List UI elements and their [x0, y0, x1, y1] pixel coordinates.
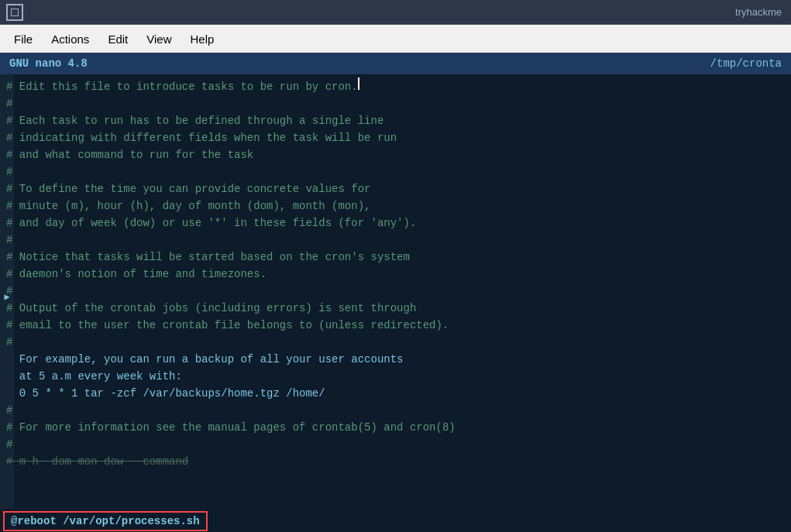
code-line: #: [0, 232, 791, 249]
window-icon-inner: [11, 9, 19, 16]
code-line: # daemon's notion of time and timezones.: [0, 266, 791, 283]
code-line: #: [0, 283, 791, 300]
window-icon: [6, 4, 23, 21]
code-line: # Each task to run has to be defined thr…: [0, 112, 791, 129]
code-line: #: [0, 436, 791, 453]
code-line: # Edit this file to introduce tasks to b…: [0, 77, 791, 95]
title-bar-hostname: tryhackme: [735, 6, 782, 18]
nano-status-bar: GNU nano 4.8 /tmp/cronta: [0, 53, 791, 74]
code-line: #: [0, 402, 791, 419]
code-line: # Notice that tasks will be started base…: [0, 249, 791, 266]
last-line-container: @reboot /var/opt/processes.sh: [0, 510, 791, 532]
menu-actions[interactable]: Actions: [43, 29, 97, 49]
code-line: # For more information see the manual pa…: [0, 419, 791, 436]
code-line: #: [0, 95, 791, 112]
text-cursor: [358, 77, 359, 90]
menu-view[interactable]: View: [139, 29, 179, 49]
code-line: # and day of week (dow) or use '*' in th…: [0, 215, 791, 232]
last-line-text: @reboot /var/opt/processes.sh: [11, 515, 200, 527]
code-line: # Output of the crontab jobs (including …: [0, 300, 791, 317]
editor-area: GNU nano 4.8 /tmp/cronta ▶ # Edit this f…: [0, 53, 791, 532]
code-line: #: [0, 163, 791, 180]
code-line: # To define the time you can provide con…: [0, 180, 791, 197]
nano-filename: /tmp/cronta: [710, 57, 782, 70]
code-line: at 5 a.m every week with:: [0, 368, 791, 385]
menu-file[interactable]: File: [6, 29, 40, 49]
code-line: # indicating with different fields when …: [0, 129, 791, 146]
code-line: #: [0, 334, 791, 351]
code-line: # and what command to run for the task: [0, 146, 791, 163]
code-line: # email to the user the crontab file bel…: [0, 317, 791, 334]
menu-edit[interactable]: Edit: [100, 29, 136, 49]
strikethrough-line: # m h dom mon dow command: [0, 453, 791, 470]
menu-bar: File Actions Edit View Help: [0, 25, 791, 53]
nano-version: GNU nano 4.8: [9, 57, 88, 70]
editor-content[interactable]: # Edit this file to introduce tasks to b…: [0, 74, 791, 532]
last-line-box: @reboot /var/opt/processes.sh: [3, 511, 208, 531]
menu-help[interactable]: Help: [182, 29, 222, 49]
code-line: 0 5 * * 1 tar -zcf /var/backups/home.tgz…: [0, 385, 791, 402]
code-line: For example, you can run a backup of all…: [0, 351, 791, 368]
code-line: # minute (m), hour (h), day of month (do…: [0, 197, 791, 215]
